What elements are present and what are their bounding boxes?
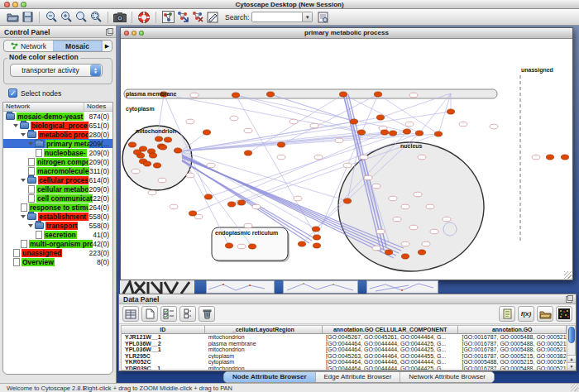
tree-row[interactable]: primary metabo209(... (3, 139, 112, 148)
node-label-oval[interactable] (186, 119, 194, 124)
network-node[interactable] (350, 119, 357, 124)
node-label-oval[interactable] (290, 119, 298, 124)
network-node[interactable] (155, 136, 162, 141)
window-titlebar[interactable]: Cytoscape Desktop (New Session) (0, 0, 579, 9)
node-label-oval[interactable] (343, 163, 352, 168)
disclosure-triangle-icon[interactable] (21, 215, 26, 218)
destroy-view-icon[interactable] (190, 10, 205, 24)
disclosure-triangle-icon[interactable] (13, 124, 18, 127)
node-label-oval[interactable] (393, 217, 401, 222)
node-label-oval[interactable] (490, 124, 498, 129)
tree-row[interactable]: macromolecule311(0) (3, 166, 112, 175)
tree-column-network[interactable]: Network (3, 103, 84, 111)
frame-resize-grip[interactable] (564, 271, 572, 279)
tree-row[interactable]: multi-organism pro42(0) (3, 239, 112, 248)
tree-row[interactable]: cellular process614(0) (3, 175, 112, 184)
node-label-oval[interactable] (422, 241, 430, 246)
node-label-oval[interactable] (409, 225, 418, 230)
network-node[interactable] (149, 153, 156, 158)
node-label-oval[interactable] (148, 190, 156, 195)
network-node[interactable] (203, 130, 210, 135)
network-node[interactable] (415, 131, 423, 136)
network-node[interactable] (313, 235, 320, 240)
network-node[interactable] (159, 145, 166, 150)
node-label-oval[interactable] (401, 241, 409, 246)
node-label-oval[interactable] (405, 122, 414, 127)
zoom-selected-icon[interactable] (89, 10, 103, 24)
select-attributes-icon[interactable] (160, 306, 177, 322)
attribute-table-icon[interactable] (122, 306, 139, 322)
tree-row[interactable]: mosaic-demo-yeast874(0) (3, 112, 112, 121)
table-row[interactable]: YLR295Ccytoplasm[GO:0045263, GO:0044464,… (122, 353, 567, 360)
node-label-oval[interactable] (430, 229, 438, 234)
network-node[interactable] (153, 163, 160, 168)
table-row[interactable]: YJR121W__1mitochondrion[GO:0045267, GO:0… (122, 334, 567, 341)
node-label-oval[interactable] (372, 246, 380, 251)
network-node[interactable] (227, 202, 235, 207)
table-column-header[interactable]: ID (122, 326, 205, 334)
network-canvas[interactable]: plasma membranecytoplasmmitochondrionnuc… (121, 39, 572, 280)
table-row[interactable]: YKR052Ccytoplasm[GO:0044464, GO:0044446,… (122, 359, 567, 366)
tree-row[interactable]: nucleobase-209(0) (3, 148, 112, 157)
node-label-oval[interactable] (244, 128, 252, 133)
float-panel-icon[interactable] (566, 296, 572, 303)
network-node[interactable] (277, 142, 285, 147)
node-label-oval[interactable] (244, 223, 252, 228)
delete-attribute-icon[interactable] (199, 306, 215, 322)
tree-row[interactable]: cell communicat22(0) (3, 194, 112, 203)
annotation-icon[interactable] (205, 10, 220, 24)
node-label-oval[interactable] (426, 204, 434, 209)
tree-row[interactable]: secretion41(0) (3, 230, 112, 239)
network-frame-titlebar[interactable]: primary metabolic process (121, 28, 572, 39)
scroll-down-arrow-icon[interactable]: ▼ (567, 362, 576, 370)
network-node[interactable] (164, 137, 171, 142)
network-node[interactable] (418, 250, 425, 255)
node-label-oval[interactable] (186, 173, 194, 178)
tab-mosaic[interactable]: Mosaic (53, 41, 102, 51)
attribute-list-icon[interactable] (499, 306, 515, 322)
tree-row[interactable]: metabolic process280(0) (3, 130, 112, 139)
network-node[interactable] (237, 200, 245, 205)
node-label-oval[interactable] (132, 169, 140, 174)
node-label-oval[interactable] (364, 175, 372, 180)
zoom-in-icon[interactable] (59, 10, 74, 24)
node-label-oval[interactable] (414, 192, 422, 197)
unselect-attributes-icon[interactable] (179, 306, 196, 322)
network-node[interactable] (244, 151, 251, 155)
network-node[interactable] (143, 161, 151, 166)
zoom-one-to-one-icon[interactable] (74, 10, 89, 24)
disclosure-triangle-icon[interactable] (28, 142, 33, 146)
network-node[interactable] (357, 130, 365, 135)
network-node[interactable] (225, 243, 232, 248)
node-label-oval[interactable] (170, 204, 178, 209)
network-node[interactable] (374, 92, 381, 97)
network-node[interactable] (401, 254, 409, 259)
tab-network-attribute-browser[interactable]: Network Attribute Browser (400, 372, 493, 382)
network-node[interactable] (312, 227, 319, 232)
matrix-icon[interactable] (556, 306, 572, 322)
scroll-up-arrow-icon[interactable]: ▲ (567, 355, 576, 362)
disclosure-triangle-icon[interactable] (21, 133, 26, 136)
node-label-oval[interactable] (372, 184, 380, 189)
network-node[interactable] (313, 243, 320, 248)
node-label-oval[interactable] (310, 123, 318, 128)
network-node[interactable] (343, 198, 351, 203)
scrollbar-thumb[interactable] (568, 327, 575, 343)
tab-network[interactable]: Network (4, 41, 53, 51)
tab-edge-attribute-browser[interactable]: Edge Attribute Browser (316, 372, 401, 382)
tab-node-attribute-browser[interactable]: Node Attribute Browser (224, 372, 316, 382)
network-node[interactable] (447, 109, 454, 114)
disclosure-triangle-icon[interactable] (21, 179, 26, 182)
node-label-oval[interactable] (335, 138, 343, 143)
node-label-oval[interactable] (459, 122, 467, 127)
network-view-icon[interactable] (160, 10, 175, 24)
snapshot-camera-icon[interactable] (112, 10, 127, 24)
table-column-header[interactable]: annotation.GO MOLECULAR_FUNCTION (458, 326, 567, 334)
save-icon[interactable] (20, 10, 35, 24)
network-node[interactable] (380, 130, 388, 135)
tree-row[interactable]: nitrogen compo209(0) (3, 157, 112, 166)
search-dropdown-arrow-icon[interactable]: ▼ (303, 12, 313, 22)
node-label-oval[interactable] (230, 116, 238, 121)
tree-row[interactable]: unassigned223(0) (3, 248, 112, 257)
create-view-icon[interactable] (175, 10, 190, 24)
